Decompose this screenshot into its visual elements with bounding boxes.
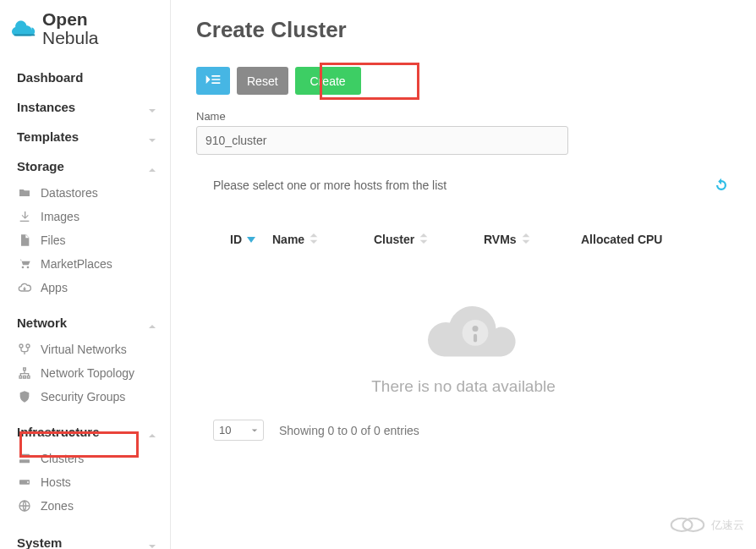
nav-system[interactable]: System bbox=[0, 528, 170, 549]
file-icon bbox=[17, 233, 32, 247]
cloud-download-icon bbox=[17, 281, 32, 294]
hosts-table-header: ID Name Cluster RVMs Allocated CPU bbox=[196, 228, 731, 251]
sort-icon bbox=[419, 233, 428, 246]
nav-storage-marketplaces[interactable]: MarketPlaces bbox=[0, 252, 170, 276]
nav-instances[interactable]: Instances bbox=[0, 92, 170, 122]
entries-info: Showing 0 to 0 of 0 entries bbox=[279, 424, 419, 437]
nav-network-security[interactable]: Security Groups bbox=[0, 385, 170, 409]
server-icon bbox=[17, 452, 32, 465]
col-allocated-cpu[interactable]: Allocated CPU bbox=[581, 233, 731, 246]
col-cluster[interactable]: Cluster bbox=[374, 233, 484, 246]
main-content: Create Cluster Reset Create Name Please … bbox=[171, 0, 756, 549]
brand-logo: Open Nebula bbox=[0, 0, 170, 63]
nav-storage-apps[interactable]: Apps bbox=[0, 276, 170, 299]
chevron-down-icon bbox=[148, 103, 156, 112]
globe-icon bbox=[17, 499, 32, 513]
nav-dashboard[interactable]: Dashboard bbox=[0, 63, 170, 92]
svg-rect-0 bbox=[19, 454, 30, 458]
chevron-down-icon bbox=[251, 424, 258, 436]
svg-point-6 bbox=[473, 326, 479, 332]
chevron-up-icon bbox=[148, 319, 156, 327]
nav-storage-datastores[interactable]: Datastores bbox=[0, 181, 170, 205]
nav-infra-zones[interactable]: Zones bbox=[0, 494, 170, 518]
chevron-up-icon bbox=[148, 428, 156, 436]
sidebar: Open Nebula Dashboard Instances Template… bbox=[0, 0, 171, 549]
svg-point-8 bbox=[671, 519, 693, 531]
shield-icon bbox=[17, 390, 32, 404]
refresh-button[interactable] bbox=[714, 178, 729, 195]
nav-storage[interactable]: Storage bbox=[0, 151, 170, 181]
empty-cloud-icon bbox=[196, 294, 731, 372]
hdd-icon bbox=[17, 475, 32, 489]
col-id[interactable]: ID bbox=[196, 233, 272, 246]
table-footer: 10 Showing 0 to 0 of 0 entries bbox=[196, 420, 731, 441]
create-button[interactable]: Create bbox=[295, 67, 361, 95]
page-size-select[interactable]: 10 bbox=[213, 420, 264, 441]
svg-rect-7 bbox=[474, 334, 477, 343]
sort-icon bbox=[310, 233, 318, 246]
chevron-up-icon bbox=[148, 162, 156, 171]
name-label: Name bbox=[196, 110, 731, 123]
col-rvms[interactable]: RVMs bbox=[484, 233, 581, 246]
back-button[interactable] bbox=[196, 67, 230, 95]
svg-rect-1 bbox=[19, 459, 30, 463]
folder-icon bbox=[17, 186, 32, 200]
empty-state: There is no data available bbox=[196, 294, 731, 396]
cart-icon bbox=[17, 257, 32, 271]
nav-infrastructure[interactable]: Infrastructure bbox=[0, 417, 170, 447]
nav-network-topology[interactable]: Network Topology bbox=[0, 361, 170, 385]
col-name[interactable]: Name bbox=[272, 233, 374, 246]
watermark: 亿速云 bbox=[669, 514, 744, 535]
nav-network-virtual[interactable]: Virtual Networks bbox=[0, 338, 170, 361]
chevron-down-icon bbox=[148, 133, 156, 141]
download-icon bbox=[17, 210, 32, 223]
watermark-icon bbox=[669, 514, 706, 535]
nav-infra-hosts[interactable]: Hosts bbox=[0, 470, 170, 494]
empty-message: There is no data available bbox=[196, 377, 731, 396]
back-list-icon bbox=[205, 74, 222, 88]
nav-storage-files[interactable]: Files bbox=[0, 228, 170, 252]
svg-point-9 bbox=[683, 519, 704, 531]
cluster-name-input[interactable] bbox=[196, 126, 568, 155]
svg-point-3 bbox=[27, 481, 29, 483]
page-title: Create Cluster bbox=[196, 17, 731, 43]
nav-infra-clusters[interactable]: Clusters bbox=[0, 447, 170, 470]
refresh-icon bbox=[714, 182, 729, 195]
hosts-helper-text: Please select one or more hosts from the… bbox=[196, 178, 731, 192]
cloud-logo-icon bbox=[12, 15, 37, 43]
brand-text-1: Open bbox=[42, 9, 88, 29]
toolbar: Reset Create bbox=[196, 67, 731, 95]
nav-storage-images[interactable]: Images bbox=[0, 205, 170, 228]
branch-icon bbox=[17, 343, 32, 356]
sort-icon bbox=[522, 233, 530, 246]
reset-button[interactable]: Reset bbox=[237, 67, 288, 95]
brand-text-2: Nebula bbox=[42, 28, 99, 47]
nav-network[interactable]: Network bbox=[0, 308, 170, 338]
chevron-down-icon bbox=[148, 539, 156, 547]
nav-templates[interactable]: Templates bbox=[0, 122, 170, 151]
sort-desc-icon bbox=[247, 233, 255, 246]
sitemap-icon bbox=[17, 366, 32, 380]
